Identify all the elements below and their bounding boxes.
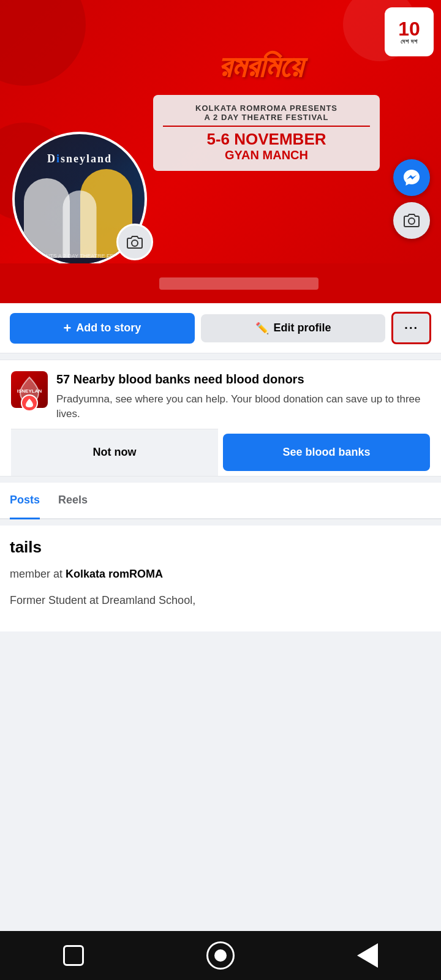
edit-profile-button[interactable]: ✏️ Edit profile — [201, 314, 386, 342]
presenter-line2: A 2 DAY THEATRE FESTIVAL — [163, 113, 370, 122]
tab-posts[interactable]: Posts — [10, 483, 40, 519]
blood-drop-icon — [21, 394, 38, 412]
home-icon — [206, 941, 235, 970]
recent-apps-icon — [63, 945, 84, 966]
svg-point-1 — [409, 218, 415, 224]
profile-name-bar — [0, 263, 441, 303]
profile-details-section: tails member at Kolkata romROMA Former S… — [0, 526, 441, 631]
not-now-button[interactable]: Not now — [11, 429, 218, 476]
event-title-bengali: রমরমিয়ে — [147, 49, 374, 84]
blood-bank-card: DISNEYLAND 57 Nearby blood banks need bl… — [0, 360, 441, 477]
detail-student: Former Student at Dreamland School, — [10, 593, 431, 608]
posts-tab-label: Posts — [10, 494, 40, 506]
back-icon — [357, 943, 378, 968]
more-options-button[interactable]: ··· — [391, 312, 431, 344]
details-title: tails — [10, 538, 431, 557]
pencil-icon: ✏️ — [255, 322, 269, 335]
profile-tabs: Posts Reels — [0, 483, 441, 519]
cover-image: 10 দেশ দশ রমরমিয়ে KOLKATA ROMROMA PRESE… — [0, 0, 441, 263]
recent-apps-button[interactable] — [55, 937, 92, 974]
svg-text:DISNEYLAND: DISNEYLAND — [17, 388, 42, 394]
camera-icon-float[interactable] — [393, 202, 430, 239]
blood-card-text: 57 Nearby blood banks need blood donors … — [56, 371, 430, 421]
tab-reels[interactable]: Reels — [58, 483, 88, 519]
back-button[interactable] — [349, 937, 386, 974]
event-dates: 5-6 NOVEMBER — [163, 130, 370, 148]
svg-point-0 — [132, 240, 138, 246]
messenger-icon[interactable] — [393, 159, 430, 196]
blood-bank-icon-wrap: DISNEYLAND — [11, 371, 48, 408]
bottom-nav-bar — [0, 931, 441, 980]
add-to-story-button[interactable]: + Add to story — [10, 313, 195, 344]
see-blood-banks-button[interactable]: See blood banks — [223, 434, 430, 471]
disneyland-badge: Disneyland — [15, 153, 145, 165]
event-venue: GYAN MANCH — [163, 148, 370, 162]
blood-card-title: 57 Nearby blood banks need blood donors — [56, 371, 430, 387]
event-title-area: রমরমিয়ে — [147, 49, 374, 84]
blood-card-description: Pradyumna, see where you can help. Your … — [56, 392, 430, 421]
blood-card-actions: Not now See blood banks — [11, 429, 430, 476]
event-info-box: KOLKATA ROMROMA PRESENTS A 2 DAY THEATRE… — [153, 95, 380, 171]
action-buttons-row: + Add to story ✏️ Edit profile ··· — [0, 303, 441, 353]
profile-camera-button[interactable] — [116, 224, 153, 260]
profile-photo-wrapper: Disneyland PRESENTS A 2 DAY THEATRE FEST… — [12, 132, 147, 263]
home-button[interactable] — [202, 937, 239, 974]
plus-icon: + — [63, 320, 71, 336]
floating-actions — [393, 159, 430, 239]
reels-tab-label: Reels — [58, 494, 88, 506]
detail-member: member at Kolkata romROMA — [10, 567, 431, 582]
presenter-line1: KOLKATA ROMROMA PRESENTS — [163, 104, 370, 113]
channel-logo: 10 দেশ দশ — [385, 7, 434, 56]
